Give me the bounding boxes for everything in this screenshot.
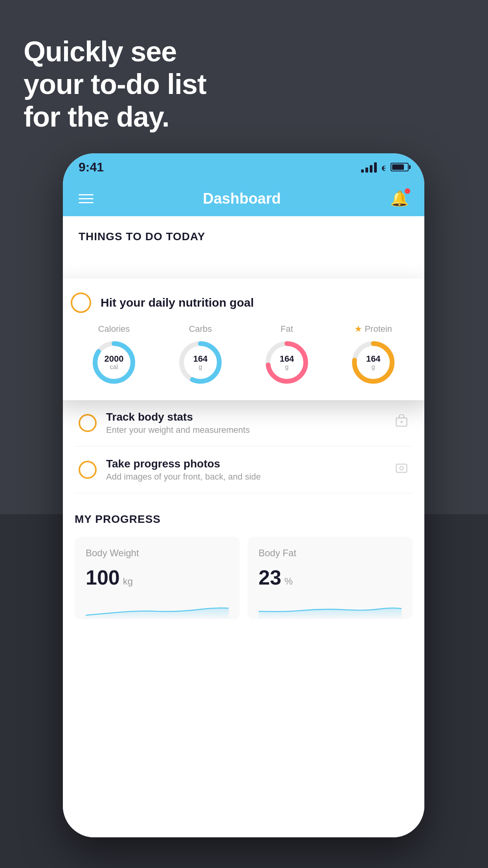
- calories-donut: 2000 cal: [90, 339, 138, 386]
- wifi-icon: 𝛜: [382, 161, 386, 173]
- protein-unit: g: [366, 364, 381, 371]
- nutrition-card: Hit your daily nutrition goal Calories: [63, 278, 424, 400]
- body-fat-unit: %: [284, 576, 293, 587]
- status-icons: 𝛜: [361, 161, 409, 173]
- body-stats-info: Track body stats Enter your weight and m…: [106, 411, 385, 435]
- svg-point-12: [400, 467, 404, 470]
- fat-value: 164: [280, 354, 294, 364]
- photos-subtitle: Add images of your front, back, and side: [106, 472, 385, 482]
- nutrition-fat: Fat 164 g: [263, 324, 310, 386]
- phone-mockup: 9:41 𝛜 Dashboard 🔔 TH: [63, 153, 424, 837]
- progress-cards: Body Weight 100 kg: [75, 537, 413, 619]
- body-fat-label: Body Fat: [259, 548, 402, 559]
- nav-bar: Dashboard 🔔: [63, 181, 424, 216]
- protein-value: 164: [366, 354, 381, 364]
- nutrition-grid: Calories 2000 cal: [71, 324, 416, 386]
- scale-icon: [394, 414, 409, 432]
- calories-unit: cal: [105, 364, 124, 371]
- fat-unit: g: [280, 364, 294, 371]
- nutrition-card-title: Hit your daily nutrition goal: [101, 296, 254, 309]
- battery-icon: [391, 163, 409, 171]
- hero-text: Quickly see your to-do list for the day.: [24, 35, 206, 133]
- nutrition-card-header: Hit your daily nutrition goal: [71, 292, 416, 313]
- things-today-header: THINGS TO DO TODAY: [63, 216, 424, 251]
- body-weight-label: Body Weight: [86, 548, 229, 559]
- body-weight-number: 100: [86, 566, 120, 589]
- photos-check-circle[interactable]: [79, 461, 97, 479]
- progress-section: MY PROGRESS Body Weight 100 kg: [63, 493, 424, 631]
- fat-label: Fat: [281, 324, 293, 334]
- signal-icon: [361, 162, 377, 173]
- content-area: THINGS TO DO TODAY Hit your daily nutrit…: [63, 216, 424, 837]
- body-stats-check-circle[interactable]: [79, 414, 97, 432]
- body-fat-value-container: 23 %: [259, 566, 402, 589]
- todo-item-progress-photos[interactable]: Take progress photos Add images of your …: [75, 447, 413, 493]
- body-weight-chart: [86, 596, 229, 619]
- body-stats-subtitle: Enter your weight and measurements: [106, 425, 385, 435]
- todo-item-body-stats[interactable]: Track body stats Enter your weight and m…: [75, 400, 413, 447]
- nutrition-calories: Calories 2000 cal: [90, 324, 138, 386]
- body-weight-value-container: 100 kg: [86, 566, 229, 589]
- carbs-unit: g: [193, 364, 208, 371]
- nutrition-carbs: Carbs 164 g: [177, 324, 224, 386]
- photos-title: Take progress photos: [106, 458, 385, 470]
- body-weight-unit: kg: [123, 576, 133, 587]
- svg-rect-11: [396, 464, 407, 473]
- nav-title: Dashboard: [203, 190, 281, 207]
- carbs-value: 164: [193, 354, 208, 364]
- protein-label: ★ Protein: [354, 324, 392, 334]
- progress-section-title: MY PROGRESS: [75, 513, 413, 526]
- body-fat-card: Body Fat 23 %: [248, 537, 413, 619]
- body-fat-chart: [259, 596, 402, 619]
- status-bar: 9:41 𝛜: [63, 153, 424, 181]
- nutrition-protein: ★ Protein 164 g: [350, 324, 397, 386]
- star-icon: ★: [354, 324, 362, 334]
- calories-label: Calories: [98, 324, 130, 334]
- body-stats-title: Track body stats: [106, 411, 385, 423]
- status-time: 9:41: [79, 160, 104, 175]
- menu-button[interactable]: [79, 194, 94, 203]
- body-fat-number: 23: [259, 566, 281, 589]
- notification-badge: [405, 188, 410, 194]
- carbs-label: Carbs: [189, 324, 212, 334]
- photo-icon: [394, 461, 409, 478]
- notification-button[interactable]: 🔔: [390, 190, 409, 207]
- fat-donut: 164 g: [263, 339, 310, 386]
- body-weight-card: Body Weight 100 kg: [75, 537, 240, 619]
- photos-info: Take progress photos Add images of your …: [106, 458, 385, 482]
- protein-donut: 164 g: [350, 339, 397, 386]
- nutrition-check-circle[interactable]: [71, 292, 91, 313]
- calories-value: 2000: [105, 354, 124, 364]
- carbs-donut: 164 g: [177, 339, 224, 386]
